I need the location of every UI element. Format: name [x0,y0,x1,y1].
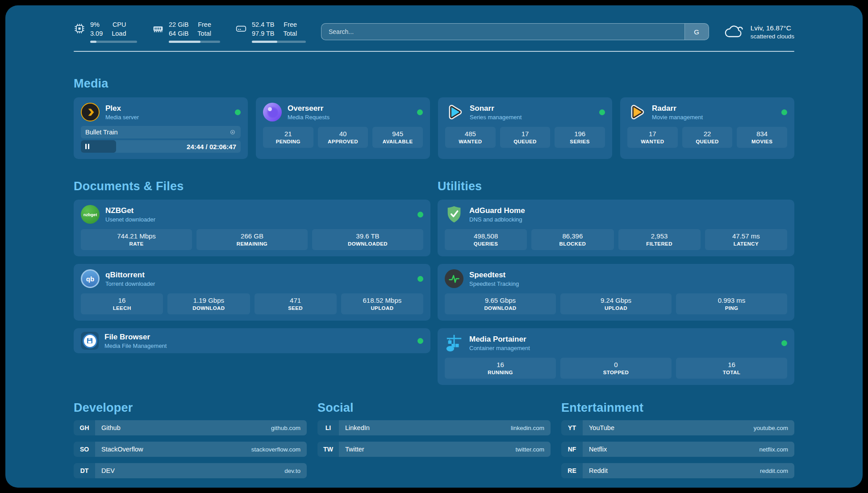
card-plex[interactable]: Plex Media server Bullet Train [74,97,248,159]
top-bar: 9% CPU 3.09 Load [74,5,794,43]
status-online-dot [235,109,241,115]
ram-progress-bar [169,41,220,43]
sonarr-icon [445,103,464,121]
qbittorrent-icon: qb [81,269,100,288]
stat-box: 945 AVAILABLE [372,127,423,148]
stat-label: SEED [255,305,336,311]
section-title-social: Social [317,401,551,415]
card-title: NZBGet [105,206,155,215]
dashboard-panel: 9% CPU 3.09 Load [5,5,863,488]
link-dev[interactable]: DT DEV dev.to [74,463,307,478]
link-name: Netflix [589,446,607,453]
ram-label-bottom: Total [197,29,211,38]
stat-label: AVAILABLE [373,139,422,144]
card-overseerr[interactable]: Overseerr Media Requests 21 PENDING 40 A… [256,97,430,159]
card-subtitle: Usenet downloader [105,216,155,223]
weather-text: Lviv, 16.87°C scattered clouds [751,24,794,40]
card-nzbget[interactable]: nzbget NZBGet Usenet downloader 744.21 M… [74,200,430,256]
stat-label: RUNNING [446,370,555,375]
stat-value: 0.993 ms [677,297,786,304]
section-title-documents: Documents & Files [74,180,430,193]
section-entertainment: Entertainment YT YouTube youtube.com NF … [561,401,794,478]
cpu-stat-text: 9% CPU 3.09 Load [90,21,126,38]
card-adguard-home[interactable]: AdGuard Home DNS and adblocking 498,508 … [438,200,794,256]
link-url: linkedin.com [511,425,544,431]
ram-stat-text: 22 GiB Free 64 GiB Total [169,21,211,38]
link-reddit[interactable]: RE Reddit reddit.com [561,463,794,478]
stat-box: 17 QUEUED [500,127,551,148]
disk-stat: 52.4 TB Free 97.9 TB Total [235,21,306,43]
weather-widget: Lviv, 16.87°C scattered clouds [724,24,794,40]
stat-value: 22 [683,130,732,138]
stat-label: SERIES [555,139,604,144]
stat-box: 16 TOTAL [676,358,787,379]
card-subtitle: Movie management [652,114,703,121]
link-linkedin[interactable]: LI LinkedIn linkedin.com [317,420,551,435]
link-youtube[interactable]: YT YouTube youtube.com [561,420,794,435]
stat-value: 16 [82,297,162,304]
link-abbr: RE [561,463,583,478]
search-input[interactable] [321,23,709,40]
ram-stat: 22 GiB Free 64 GiB Total [152,21,220,43]
section-title-utilities: Utilities [438,180,794,193]
stat-label: PING [677,305,786,311]
pause-icon[interactable] [85,144,89,149]
stat-value: 9.24 Gbps [561,297,671,304]
card-sonarr[interactable]: Sonarr Series management 485 WANTED 17 Q… [438,97,612,159]
stat-label: LATENCY [706,241,786,246]
playback-time: 24:44 / 02:06:47 [187,143,236,150]
link-abbr: SO [74,442,95,457]
section-developer: Developer GH Github github.com SO StackO… [74,401,307,478]
card-speedtest[interactable]: Speedtest Speedtest Tracking 9.65 Gbps D… [438,264,794,321]
weather-location: Lviv, 16.87°C [751,24,794,32]
link-name: DEV [101,467,115,474]
section-title-media: Media [74,77,794,91]
cpu-load-value: 3.09 [90,29,103,38]
stat-value: 47.57 ms [706,232,786,240]
link-twitter[interactable]: TW Twitter twitter.com [317,442,551,457]
section-documents: Documents & Files nzbget NZBGet Usenet d… [74,180,430,385]
link-stackoverflow[interactable]: SO StackOverflow stackoverflow.com [74,442,307,457]
stat-box: 9.65 Gbps DOWNLOAD [445,293,556,314]
card-title: Speedtest [469,271,519,280]
stat-box: 86,396 BLOCKED [531,229,613,250]
card-file-browser[interactable]: File Browser Media File Management [74,328,430,353]
stat-value: 2,953 [619,232,700,240]
status-online-dot [417,276,423,282]
card-title: Overseerr [288,104,330,113]
stat-label: UPLOAD [561,305,671,311]
cpu-stat: 9% CPU 3.09 Load [74,21,137,43]
now-playing-title: Bullet Train [85,129,118,136]
card-title: AdGuard Home [469,206,525,215]
stat-label: MOVIES [738,139,786,144]
stat-label: BLOCKED [532,241,613,246]
card-subtitle: Container management [469,345,530,351]
stat-box: 618.52 Mbps UPLOAD [341,293,423,314]
stat-label: UPLOAD [342,305,422,311]
stat-label: QUEUED [683,139,732,144]
link-url: reddit.com [760,468,788,474]
disk-total-value: 97.9 TB [252,29,275,38]
stat-value: 618.52 Mbps [342,297,422,304]
search-bar: G [321,23,709,40]
stat-box: 40 APPROVED [318,127,368,148]
card-title: Radarr [652,104,703,113]
stat-box: 16 LEECH [81,293,163,314]
card-title: Plex [105,104,139,113]
link-github[interactable]: GH Github github.com [74,420,307,435]
disk-label-bottom: Total [284,29,297,38]
portainer-icon [445,334,463,352]
playback-progress-row: 24:44 / 02:06:47 [81,140,241,153]
link-netflix[interactable]: NF Netflix netflix.com [561,442,794,457]
stat-box: 196 SERIES [555,127,605,148]
card-media-portainer[interactable]: Media Portainer Container management 16 … [438,328,794,385]
link-name: Twitter [345,446,364,453]
card-qbittorrent[interactable]: qb qBittorrent Torrent downloader 16 [74,264,430,321]
now-playing-settings-icon[interactable] [229,129,236,136]
stat-value: 16 [677,361,786,368]
card-radarr[interactable]: Radarr Movie management 17 WANTED 22 QUE… [620,97,794,159]
stat-box: 744.21 Mbps RATE [81,229,192,250]
search-engine-key-button[interactable]: G [684,24,709,40]
stat-value: 16 [446,361,555,368]
stat-box: 0.993 ms PING [676,293,787,314]
